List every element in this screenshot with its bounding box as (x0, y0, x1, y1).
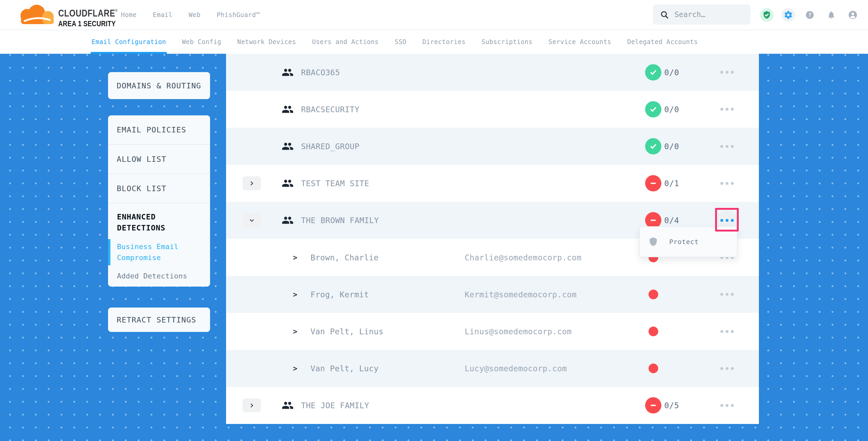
sidebar-item-enhanced-detections[interactable]: ENHANCED DETECTIONS (117, 211, 201, 233)
sidebar-item-domains-routing[interactable]: DOMAINS & ROUTING (108, 81, 201, 90)
row-actions-button[interactable] (717, 321, 737, 342)
context-menu-item-protect[interactable]: Protect (669, 238, 699, 246)
tab-delegated-accounts[interactable]: Delegated Accounts (627, 30, 698, 54)
ellipsis-dot (731, 367, 734, 370)
policy-list: EMAIL POLICIESALLOW LISTBLOCK LIST (108, 115, 210, 203)
top-nav-item-email[interactable]: Email (153, 11, 173, 19)
member-expand-chevron[interactable]: > (293, 327, 298, 336)
sidebar-card-retract-settings[interactable]: RETRACT SETTINGS (108, 308, 210, 332)
ellipsis-dot (725, 71, 728, 74)
sidebar-item-block-list[interactable]: BLOCK LIST (108, 174, 210, 203)
group-name: THE BROWN FAMILY (301, 216, 379, 225)
ellipsis-dot (731, 71, 734, 74)
annotation-highlight-box (715, 208, 739, 231)
table-row-member[interactable]: >Van Pelt, LucyLucy@somedemocorp.com (226, 350, 759, 387)
ellipsis-dot (731, 330, 734, 333)
ellipsis-dot (725, 330, 728, 333)
tab-sso[interactable]: SSO (395, 30, 406, 54)
brand-registered-mark: ® (115, 8, 117, 12)
table-row-group[interactable]: TEST TEAM SITE0/1 (226, 165, 759, 202)
protected-count: 0/0 (664, 68, 679, 77)
status-dot (649, 364, 658, 373)
bell-icon[interactable] (825, 8, 838, 22)
top-nav-item-home[interactable]: Home (121, 11, 136, 19)
member-expand-chevron[interactable]: > (293, 364, 298, 373)
brand-subtitle: AREA 1 SECURITY (58, 20, 118, 28)
tab-email-configuration[interactable]: Email Configuration (92, 30, 166, 54)
protected-count: 0/4 (664, 216, 679, 225)
member-expand-chevron[interactable]: > (293, 253, 298, 262)
sidebar-card-policies: EMAIL POLICIESALLOW LISTBLOCK LIST ENHAN… (108, 115, 210, 287)
member-name: Van Pelt, Lucy (310, 364, 379, 373)
tab-web-config[interactable]: Web Config (182, 30, 221, 54)
sidebar-card-domains-routing[interactable]: DOMAINS & ROUTING (108, 72, 210, 99)
group-icon (282, 66, 294, 78)
group-icon (282, 399, 294, 411)
row-actions-button[interactable] (717, 62, 737, 83)
ellipsis-dot (725, 182, 728, 185)
row-actions-button[interactable] (717, 136, 737, 157)
table-row-group[interactable]: SHARED_GROUP0/0 (226, 128, 759, 165)
member-email: Lucy@somedemocorp.com (465, 364, 567, 373)
table-row-group[interactable]: RBACO3650/0 (226, 54, 759, 91)
status-dot (649, 327, 658, 336)
svg-text:?: ? (808, 12, 811, 18)
table-row-member[interactable]: >Van Pelt, LinusLinus@somedemocorp.com (226, 313, 759, 350)
row-actions-button[interactable] (717, 358, 737, 379)
row-actions-button[interactable] (717, 284, 737, 305)
search-box (653, 4, 750, 25)
table-row-group[interactable]: THE JOE FAMILY0/5 (226, 387, 759, 424)
sidebar-item-email-policies[interactable]: EMAIL POLICIES (108, 115, 210, 145)
expand-row-button[interactable] (243, 399, 261, 412)
expand-row-button[interactable] (243, 177, 261, 190)
tab-service-accounts[interactable]: Service Accounts (549, 30, 611, 54)
status-dot (649, 289, 658, 299)
expand-row-button[interactable] (243, 213, 261, 227)
table-row-member[interactable]: >Frog, KermitKermit@somedemocorp.com (226, 276, 759, 313)
row-actions-button[interactable] (717, 99, 737, 120)
tab-directories[interactable]: Directories (423, 30, 465, 54)
status-pass-icon (645, 138, 661, 154)
top-nav-item-phishguard[interactable]: PhishGuard™ (217, 11, 259, 19)
ellipsis-dot (725, 145, 728, 148)
enhanced-detections-section: ENHANCED DETECTIONS Business Email Compr… (108, 203, 210, 282)
cloudflare-logo[interactable]: CLOUDFLARE® AREA 1 SECURITY (16, 3, 130, 28)
header-icon-cluster: ? (760, 0, 860, 30)
member-expand-chevron[interactable]: > (293, 290, 298, 298)
table-row-group[interactable]: RBACSECURITY0/0 (226, 91, 759, 128)
sidebar-item-retract-settings[interactable]: RETRACT SETTINGS (108, 315, 196, 324)
tab-bar: Email ConfigurationWeb ConfigNetwork Dev… (0, 30, 868, 54)
status-pass-icon (645, 64, 661, 81)
ellipsis-dot (731, 182, 734, 185)
ellipsis-dot (720, 293, 723, 296)
sidebar-item-business-email-compromise[interactable]: Business Email Compromise (117, 241, 201, 263)
tab-network-devices[interactable]: Network Devices (237, 30, 296, 54)
cloudflare-cloud-icon (16, 3, 56, 27)
row-actions-button[interactable] (717, 395, 737, 416)
tab-users-and-actions[interactable]: Users and Actions (312, 30, 379, 54)
top-nav-item-web[interactable]: Web (189, 11, 200, 19)
member-name: Van Pelt, Linus (310, 327, 383, 336)
avatar-icon[interactable] (846, 8, 860, 22)
protect-shield-icon (648, 237, 658, 247)
member-name: Brown, Charlie (310, 253, 379, 262)
group-name: THE JOE FAMILY (301, 401, 369, 410)
search-input[interactable] (674, 10, 746, 19)
status-fail-icon (645, 397, 661, 413)
sidebar-item-allow-list[interactable]: ALLOW LIST (108, 145, 210, 174)
top-bar: CLOUDFLARE® AREA 1 SECURITY HomeEmailWeb… (0, 0, 868, 30)
protected-count: 0/0 (664, 105, 679, 114)
group-icon (282, 214, 294, 226)
gear-icon[interactable] (781, 8, 795, 22)
group-name: RBACO365 (301, 68, 340, 77)
shield-check-icon[interactable] (760, 8, 774, 22)
tab-subscriptions[interactable]: Subscriptions (482, 30, 532, 54)
member-email: Charlie@somedemocorp.com (465, 253, 581, 262)
help-icon[interactable]: ? (803, 8, 816, 22)
status-fail-icon (645, 175, 661, 191)
sidebar-item-added-detections[interactable]: Added Detections (117, 271, 201, 282)
ellipsis-dot (725, 108, 728, 111)
row-actions-button[interactable] (717, 173, 737, 193)
enhanced-items: Business Email CompromiseAdded Detection… (117, 241, 201, 282)
member-email: Kermit@somedemocorp.com (465, 290, 577, 299)
